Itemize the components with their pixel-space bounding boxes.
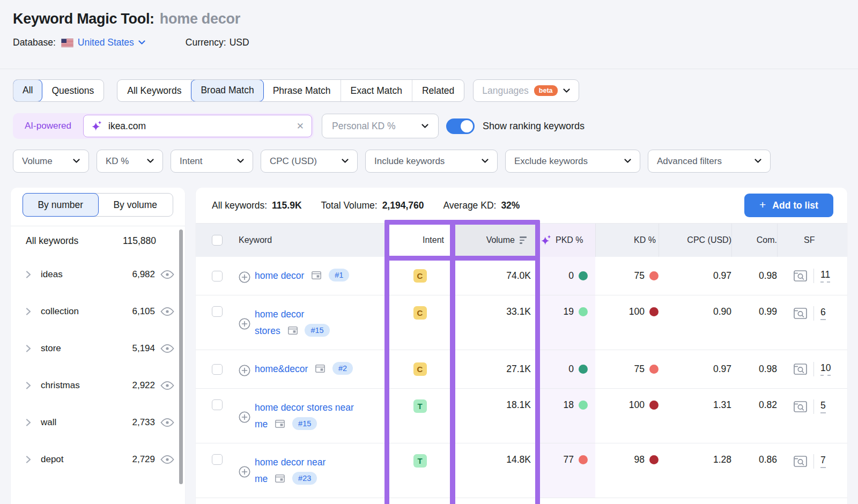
serp-features-count[interactable]: 10 xyxy=(820,362,831,376)
add-keyword-icon[interactable] xyxy=(239,318,250,330)
chevron-down-icon xyxy=(73,159,80,164)
tab-exact-match[interactable]: Exact Match xyxy=(341,80,412,101)
database-value: United States xyxy=(78,37,134,48)
add-keyword-icon[interactable] xyxy=(239,466,250,478)
column-header-pkd[interactable]: PKD % xyxy=(537,224,595,257)
exclude-keywords-filter[interactable]: Exclude keywords xyxy=(505,150,640,173)
row-checkbox[interactable] xyxy=(212,364,223,375)
add-keyword-icon[interactable] xyxy=(239,365,250,376)
eye-icon[interactable] xyxy=(160,270,174,279)
all-keywords-row[interactable]: All keywords 115,880 xyxy=(11,226,185,256)
volume-filter[interactable]: Volume xyxy=(13,150,89,173)
serp-viewer-icon[interactable] xyxy=(794,308,807,319)
serp-viewer-icon[interactable] xyxy=(794,270,807,281)
eye-icon[interactable] xyxy=(160,307,174,316)
serp-features-icon[interactable] xyxy=(275,420,285,428)
languages-dropdown[interactable]: Languages beta xyxy=(473,79,579,102)
serp-features-count[interactable]: 7 xyxy=(820,455,826,468)
intent-badge: T xyxy=(413,454,427,468)
serp-viewer-icon[interactable] xyxy=(794,364,807,375)
serp-features-count[interactable]: 5 xyxy=(820,400,826,413)
filter-label: KD % xyxy=(106,156,129,167)
eye-icon[interactable] xyxy=(160,344,174,353)
keyword-table-row[interactable]: home decorstores #15 C 33.1K 19 100 0.90… xyxy=(196,295,847,350)
ranking-position-badge[interactable]: #23 xyxy=(292,472,317,485)
keyword-group-item[interactable]: ideas 6,982 xyxy=(11,256,185,293)
intent-filter[interactable]: Intent xyxy=(171,150,253,173)
show-ranking-keywords-toggle[interactable] xyxy=(446,118,475,134)
include-keywords-filter[interactable]: Include keywords xyxy=(365,150,498,173)
domain-search-input[interactable]: ikea.com ✕ xyxy=(83,115,312,137)
add-keyword-icon[interactable] xyxy=(239,271,250,283)
row-checkbox[interactable] xyxy=(212,399,223,410)
personal-kd-dropdown[interactable]: Personal KD % xyxy=(322,114,439,138)
add-keyword-icon[interactable] xyxy=(239,411,250,423)
select-all-checkbox[interactable] xyxy=(212,235,223,246)
serp-features-count[interactable]: 6 xyxy=(820,307,826,320)
keyword-table-row[interactable]: home decor #1 C 74.0K 0 75 0.97 0.98 xyxy=(196,257,847,295)
ranking-position-badge[interactable]: #2 xyxy=(332,362,353,375)
summary-all-keywords: All keywords:115.9K xyxy=(212,200,302,211)
keyword-link[interactable]: home decor xyxy=(255,270,304,281)
keyword-group-item[interactable]: collection 6,105 xyxy=(11,293,185,330)
serp-viewer-icon[interactable] xyxy=(794,401,807,412)
eye-icon[interactable] xyxy=(160,455,174,464)
keyword-group-item[interactable]: wall 2,733 xyxy=(11,404,185,441)
column-header-volume[interactable]: Volume xyxy=(452,224,537,257)
eye-icon[interactable] xyxy=(160,418,174,427)
kd-difficulty-dot xyxy=(649,365,659,374)
tab-questions[interactable]: Questions xyxy=(42,80,103,101)
serp-features-icon[interactable] xyxy=(315,365,325,373)
ranking-position-badge[interactable]: #15 xyxy=(292,417,317,430)
tab-phrase-match[interactable]: Phrase Match xyxy=(263,80,341,101)
column-header-kd[interactable]: KD % xyxy=(595,224,659,257)
keyword-table-row[interactable]: home decor nearme #23 T 14.8K 77 98 1.28… xyxy=(196,443,847,498)
column-header-cpc[interactable]: CPC (USD) xyxy=(659,224,731,257)
tab-all[interactable]: All xyxy=(13,79,42,102)
intent-badge: T xyxy=(413,399,427,413)
serp-features-icon[interactable] xyxy=(312,271,321,279)
keyword-table-row[interactable]: home&decor #2 C 27.1K 0 75 0.97 0.98 xyxy=(196,350,847,389)
cpc-value: 0.97 xyxy=(713,364,731,375)
ranking-position-badge[interactable]: #1 xyxy=(329,269,349,281)
column-header-com[interactable]: Com. xyxy=(731,224,777,257)
serp-features-icon[interactable] xyxy=(288,327,298,335)
tab-all-keywords[interactable]: All Keywords xyxy=(117,80,191,101)
eye-icon[interactable] xyxy=(160,381,174,390)
keyword-table-row[interactable]: home decor stores nearme #15 T 18.1K 18 … xyxy=(196,389,847,443)
sidebar-scrollbar[interactable] xyxy=(179,229,183,484)
add-to-list-button[interactable]: +Add to list xyxy=(744,194,833,217)
row-checkbox[interactable] xyxy=(212,306,223,317)
cpc-filter[interactable]: CPC (USD) xyxy=(261,150,358,173)
all-keywords-count: 115,880 xyxy=(123,235,156,247)
kd-value: 98 xyxy=(634,454,645,465)
database-selector[interactable]: United States xyxy=(78,37,145,48)
cpc-value: 1.31 xyxy=(713,399,731,411)
column-header-sf[interactable]: SF xyxy=(777,224,847,257)
keyword-group-item[interactable]: depot 2,729 xyxy=(11,441,185,478)
database-label: Database: xyxy=(13,37,56,48)
row-checkbox[interactable] xyxy=(212,271,223,281)
chevron-right-icon xyxy=(26,419,31,426)
tab-related[interactable]: Related xyxy=(412,80,464,101)
ranking-position-badge[interactable]: #15 xyxy=(305,324,329,337)
column-header-intent[interactable]: Intent xyxy=(388,224,452,257)
tab-by-number[interactable]: By number xyxy=(23,193,99,217)
serp-features-icon[interactable] xyxy=(275,475,285,483)
row-checkbox[interactable] xyxy=(212,454,223,465)
tab-by-volume[interactable]: By volume xyxy=(98,194,173,216)
database-row: Database: United States Currency:USD xyxy=(13,37,845,48)
tab-broad-match[interactable]: Broad Match xyxy=(191,79,263,102)
column-header-keyword[interactable]: Keyword xyxy=(233,224,388,257)
clear-input-icon[interactable]: ✕ xyxy=(297,121,304,132)
serp-viewer-icon[interactable] xyxy=(794,456,807,467)
serp-features-count[interactable]: 11 xyxy=(820,269,830,283)
keyword-link[interactable]: home&decor xyxy=(255,364,308,374)
kd-difficulty-dot xyxy=(649,455,659,464)
kd-filter[interactable]: KD % xyxy=(97,150,163,173)
kd-value: 100 xyxy=(629,399,645,411)
advanced-filters[interactable]: Advanced filters xyxy=(648,150,771,173)
keyword-group-item[interactable]: store 5,194 xyxy=(11,330,185,367)
pkd-value: 19 xyxy=(564,306,574,317)
keyword-group-item[interactable]: christmas 2,922 xyxy=(11,367,185,404)
